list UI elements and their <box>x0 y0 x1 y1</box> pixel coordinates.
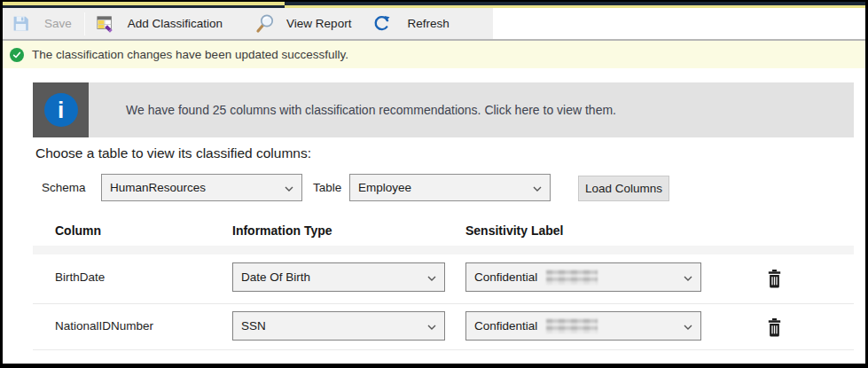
add-classification-button[interactable]: Add Classification <box>96 14 223 34</box>
recommendations-message: We have found 25 columns with classifica… <box>126 103 616 117</box>
info-icon-square: i <box>33 82 89 137</box>
row-separator <box>33 303 854 304</box>
add-classification-icon <box>96 14 115 34</box>
add-classification-label: Add Classification <box>128 17 223 30</box>
chevron-down-icon <box>684 270 692 284</box>
tab-strip-left <box>3 2 285 8</box>
magnifier-icon <box>254 13 276 35</box>
chevron-down-icon <box>533 181 542 194</box>
recommendations-banner[interactable]: i We have found 25 columns with classifi… <box>33 82 854 137</box>
redacted-text <box>546 318 598 333</box>
status-bar: The classification changes have been upd… <box>3 41 865 68</box>
refresh-label: Refresh <box>407 17 449 30</box>
chevron-down-icon <box>684 319 692 333</box>
information-type-select[interactable]: SSN <box>232 311 445 341</box>
info-icon: i <box>44 93 78 127</box>
schema-label: Schema <box>42 174 86 201</box>
sensitivity-label-select[interactable]: Confidential <box>465 311 701 341</box>
trash-icon <box>765 317 784 338</box>
status-message: The classification changes have been upd… <box>32 48 348 61</box>
delete-classification-button[interactable] <box>762 266 786 291</box>
row-separator <box>33 349 854 350</box>
redacted-text <box>546 270 598 285</box>
chevron-down-icon <box>427 319 436 333</box>
cell-column-name: NationalIDNumber <box>55 319 153 333</box>
sensitivity-label-select[interactable]: Confidential <box>465 262 701 292</box>
schema-select[interactable]: HumanResources <box>101 174 302 201</box>
toolbar-separator <box>84 12 85 35</box>
column-header-column: Column <box>55 223 101 238</box>
refresh-button[interactable]: Refresh <box>372 14 449 33</box>
header-band <box>33 246 854 254</box>
sensitivity-label-value: Confidential <box>474 270 537 284</box>
success-check-icon <box>10 48 24 62</box>
trash-icon <box>765 269 784 289</box>
tab-strip-right <box>285 2 865 8</box>
schema-value: HumanResources <box>110 181 206 194</box>
information-type-select[interactable]: Date Of Birth <box>232 262 445 292</box>
save-button[interactable]: Save <box>12 14 72 33</box>
sensitivity-label-value: Confidential <box>474 319 537 333</box>
delete-classification-button[interactable] <box>762 315 786 340</box>
column-header-information-type: Information Type <box>232 223 332 238</box>
table-label: Table <box>313 174 341 201</box>
save-label: Save <box>44 17 72 30</box>
column-header-sensitivity-label: Sensitivity Label <box>465 223 563 238</box>
toolbar: Save Add Classification <box>3 8 493 39</box>
load-columns-button[interactable]: Load Columns <box>578 176 669 201</box>
table-select[interactable]: Employee <box>349 174 551 201</box>
view-report-label: View Report <box>286 17 351 30</box>
information-type-value: SSN <box>241 319 266 333</box>
view-report-button[interactable]: View Report <box>254 13 351 35</box>
chevron-down-icon <box>427 270 436 284</box>
information-type-value: Date Of Birth <box>241 270 310 284</box>
cell-column-name: BirthDate <box>55 270 105 284</box>
chevron-down-icon <box>285 181 293 194</box>
table-value: Employee <box>358 181 411 194</box>
choose-table-heading: Choose a table to view its classified co… <box>35 145 311 161</box>
data-classification-pane: Save Add Classification <box>0 0 868 368</box>
refresh-icon <box>372 14 391 33</box>
save-icon <box>12 14 30 33</box>
